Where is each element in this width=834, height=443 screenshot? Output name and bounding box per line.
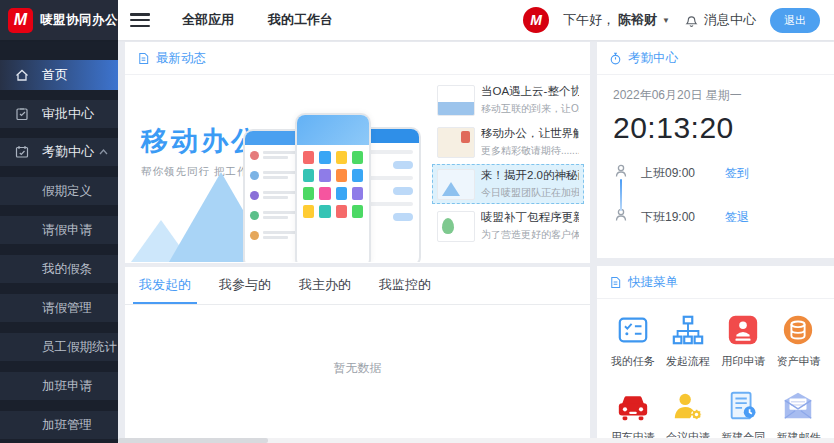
sidebar-item-leave-request[interactable]: 请假申请	[0, 216, 118, 244]
news-title: 唛盟补丁包程序更新	[481, 210, 579, 225]
bell-icon	[684, 13, 699, 28]
document-icon	[137, 52, 150, 65]
quick-item-new-contract[interactable]: 新建合同	[721, 389, 765, 443]
panel-title: 最新动态	[156, 50, 206, 67]
scrollbar-thumb[interactable]	[118, 438, 268, 443]
quick-item-new-mail[interactable]: 新建邮件	[776, 389, 820, 443]
sidebar-item-label: 考勤中心	[42, 143, 94, 161]
empty-state-text: 暂无数据	[125, 360, 590, 377]
nav-all-apps[interactable]: 全部应用	[182, 11, 234, 29]
attendance-row-checkout: 下班19:00 签退	[641, 195, 818, 239]
chevron-down-icon: ▼	[662, 16, 670, 25]
tab-monitored-by-me[interactable]: 我监控的	[373, 267, 437, 304]
user-menu[interactable]: 下午好，陈裕财 ▼	[563, 11, 670, 29]
menu-toggle-icon[interactable]	[130, 13, 150, 27]
news-thumbnail	[437, 169, 475, 200]
banner-illustration: 移动办公 帮你领先同行 把工作带出办公室	[125, 75, 432, 262]
quick-item-label: 资产申请	[776, 354, 820, 369]
tasks-panel: 我发起的 我参与的 我主办的 我监控的 暂无数据	[125, 267, 590, 438]
quick-item-meeting-request[interactable]: 会议申请	[666, 389, 710, 443]
quick-item-start-process[interactable]: 发起流程	[666, 313, 710, 369]
latest-news-header: 最新动态	[125, 42, 590, 75]
message-center-label: 消息中心	[704, 11, 756, 29]
sidebar-item-employee-holiday-stats[interactable]: 员工假期统计	[0, 333, 118, 361]
horizontal-scrollbar[interactable]	[118, 438, 834, 443]
sign-out-link[interactable]: 签退	[725, 209, 749, 226]
sidebar-item-overtime-request[interactable]: 加班申请	[0, 372, 118, 400]
news-item[interactable]: 当OA遇上云-整个协同OA 移动互联的到来，让OA与云	[432, 80, 584, 120]
quick-menu-grid: 我的任务 发起流程 用印申请 资产申请 用车申请	[597, 299, 834, 443]
shift-end-label: 下班19:00	[641, 209, 725, 226]
flow-icon	[671, 313, 705, 347]
app-root: M 唛盟协同办公平台 全部应用 我的工作台 M 下午好，陈裕财 ▼ 消息中心 退…	[0, 0, 834, 443]
avatar[interactable]: M	[523, 7, 549, 33]
app-title: 唛盟协同办公平台	[40, 12, 144, 29]
home-icon	[14, 67, 30, 83]
attendance-header: 考勤中心	[597, 42, 834, 75]
brand-area: M 唛盟协同办公平台	[0, 0, 118, 40]
news-item[interactable]: 唛盟补丁包程序更新 为了营造更好的客户体验，唛	[432, 206, 584, 246]
tab-initiated-by-me[interactable]: 我发起的	[133, 267, 197, 304]
greeting-text: 下午好，	[563, 11, 615, 29]
quick-item-seal-request[interactable]: 用印申请	[721, 313, 765, 369]
quick-item-my-tasks[interactable]: 我的任务	[611, 313, 655, 369]
news-subtitle: 移动互联的到来，让OA与云	[481, 102, 579, 116]
sidebar-submenu: 假期定义 请假申请 我的假条 请假管理 员工假期统计 加班申请 加班管理	[0, 177, 118, 439]
shift-start-label: 上班09:00	[641, 165, 725, 182]
attendance-row-checkin: 上班09:00 签到	[641, 151, 818, 195]
attendance-panel: 考勤中心 2022年06月20日 星期一 20:13:20 上班09:00 签到…	[597, 42, 834, 258]
tasks-tabbar: 我发起的 我参与的 我主办的 我监控的	[125, 267, 590, 305]
meeting-icon	[671, 389, 705, 423]
news-title: 移动办公，让世界触手可	[481, 126, 579, 141]
sidebar-item-attendance-center[interactable]: 考勤中心	[0, 138, 118, 166]
chevron-up-icon	[99, 149, 108, 155]
news-title: 来！揭开2.0的神秘面纱-	[481, 168, 579, 183]
attendance-timeline: 上班09:00 签到 下班19:00 签退	[613, 151, 818, 239]
quick-item-label: 发起流程	[666, 354, 710, 369]
workspace: 最新动态 移动办公 帮你领先同行 把工作带出办公室	[118, 40, 834, 443]
news-subtitle: 为了营造更好的客户体验，唛	[481, 228, 579, 242]
sidebar-item-leave-management[interactable]: 请假管理	[0, 294, 118, 322]
news-item-selected[interactable]: 来！揭开2.0的神秘面纱- 今日唛盟团队正在加班加点,	[432, 164, 584, 204]
panel-title: 快捷菜单	[628, 274, 678, 291]
news-subtitle: 今日唛盟团队正在加班加点,	[481, 186, 579, 200]
quick-item-vehicle-request[interactable]: 用车申请	[611, 389, 655, 443]
quick-item-label: 用印申请	[721, 354, 765, 369]
sidebar-item-overtime-management[interactable]: 加班管理	[0, 411, 118, 439]
quick-menu-panel: 快捷菜单 我的任务 发起流程 用印申请 资产申请	[597, 266, 834, 438]
sidebar-item-label: 首页	[42, 66, 68, 84]
timeline-connector	[620, 179, 622, 211]
sidebar-item-home[interactable]: 首页	[0, 60, 118, 90]
sign-in-link[interactable]: 签到	[725, 165, 749, 182]
sidebar-item-holiday-definition[interactable]: 假期定义	[0, 177, 118, 205]
contract-icon	[726, 389, 760, 423]
document-icon	[609, 276, 622, 289]
mail-icon	[781, 389, 815, 423]
news-thumbnail	[437, 211, 475, 242]
news-subtitle: 更多精彩敬请期待........	[481, 144, 579, 158]
logo-icon: M	[8, 8, 33, 33]
panel-title: 考勤中心	[628, 50, 678, 67]
car-icon	[616, 389, 650, 423]
message-center[interactable]: 消息中心	[684, 11, 756, 29]
logout-button[interactable]: 退出	[770, 8, 820, 33]
sidebar: 首页 审批中心 考勤中心 假期定义 请假申请 我的假条 请假管理 员工假期统计 …	[0, 40, 118, 443]
seal-icon	[726, 313, 760, 347]
phone-mockup-apps	[295, 113, 371, 262]
clipboard-icon	[14, 106, 30, 122]
tab-hosted-by-me[interactable]: 我主办的	[293, 267, 357, 304]
task-list-icon	[616, 313, 650, 347]
attendance-clock: 20:13:20	[613, 111, 818, 145]
latest-news-panel: 最新动态 移动办公 帮你领先同行 把工作带出办公室	[125, 42, 590, 263]
news-item[interactable]: 移动办公，让世界触手可 更多精彩敬请期待........	[432, 122, 584, 162]
person-icon	[613, 163, 629, 179]
quick-menu-header: 快捷菜单	[597, 266, 834, 299]
sidebar-item-my-leave-notes[interactable]: 我的假条	[0, 255, 118, 283]
nav-my-workbench[interactable]: 我的工作台	[268, 11, 333, 29]
sidebar-item-approval-center[interactable]: 审批中心	[0, 100, 118, 128]
tab-participated-by-me[interactable]: 我参与的	[213, 267, 277, 304]
username: 陈裕财	[618, 11, 657, 29]
news-title: 当OA遇上云-整个协同OA	[481, 84, 579, 99]
header-right: M 下午好，陈裕财 ▼ 消息中心 退出	[523, 7, 834, 33]
quick-item-asset-request[interactable]: 资产申请	[776, 313, 820, 369]
